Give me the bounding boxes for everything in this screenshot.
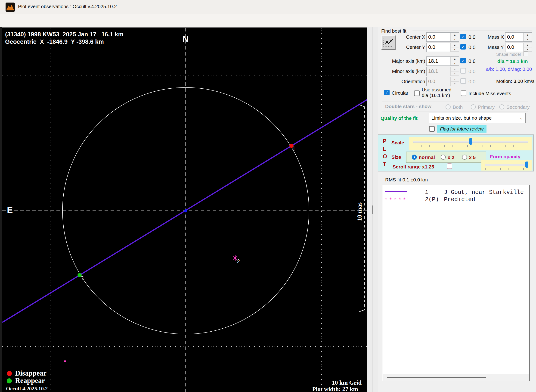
spin-down-icon[interactable]: ▼ <box>451 61 459 65</box>
center-x-check-value: 0.0 <box>468 34 476 40</box>
spin-down-icon: ▼ <box>451 81 459 86</box>
plot-letter: O <box>383 154 387 160</box>
mass-y-label: Mass Y <box>481 44 504 50</box>
spin-down-icon[interactable]: ▼ <box>523 37 532 42</box>
observation-name: Predicted <box>444 196 475 203</box>
plot-letter: L <box>383 146 386 152</box>
spin-up-icon[interactable]: ▲ <box>451 43 459 47</box>
motion-value: Motion: 3.00 km/s <box>496 79 535 84</box>
occultation-plot[interactable]: (31340) 1998 KW53 2025 Jan 17 16.1 km Ge… <box>2 27 367 392</box>
include-miss-label: Include Miss events <box>468 91 511 96</box>
size-x2-radio[interactable] <box>441 154 446 160</box>
mass-y-spinner[interactable]: 0.0 ▲▼ <box>505 42 532 52</box>
spin-up-icon: ▲ <box>451 67 459 71</box>
size-x5-radio[interactable] <box>462 154 467 160</box>
chord-style-swatch <box>385 191 407 192</box>
scale-slider-area <box>409 137 531 150</box>
use-assumed-checkbox[interactable] <box>414 90 420 96</box>
predicted-point-label: 2 <box>237 258 240 265</box>
spin-up-icon[interactable]: ▲ <box>451 33 459 37</box>
spin-down-icon[interactable]: ▼ <box>451 37 459 42</box>
double-secondary-radio <box>499 104 504 109</box>
find-best-fit-title: Find best fit <box>381 28 407 34</box>
flag-review-checkbox[interactable] <box>429 126 435 132</box>
spin-up-icon[interactable]: ▲ <box>451 57 459 61</box>
legend-disappear-label: Disappear <box>15 369 46 378</box>
size-x2-label: x 2 <box>448 154 454 160</box>
orientation-spinner: 0.0 ▲▼ <box>426 77 459 86</box>
plot-vertical-scrollbar[interactable] <box>367 27 378 392</box>
chevron-down-icon: ⌄ <box>520 116 523 121</box>
legend-reappear-label: Reappear <box>15 377 45 385</box>
plot-header-line1: (31340) 1998 KW53 2025 Jan 17 16.1 km <box>5 31 124 38</box>
east-label: E <box>7 205 13 215</box>
predicted-dot <box>64 360 66 362</box>
control-panel: Find best fit Center X 0.0 ▲▼ ✓ 0.0 Cent… <box>378 27 536 392</box>
predicted-style-swatch: ✳✳✳✳✳ <box>385 197 407 199</box>
plot-canvas <box>2 28 367 392</box>
center-y-checkbox[interactable]: ✓ <box>460 44 466 50</box>
mass-x-spinner[interactable]: 0.0 ▲▼ <box>505 33 532 42</box>
dia-value: dia = 18.1 km <box>497 59 528 64</box>
rms-fit-label: RMS fit 0.1 ±0.0 km <box>385 177 428 182</box>
double-secondary-label: Secondary <box>506 104 530 110</box>
spin-down-icon[interactable]: ▼ <box>523 47 532 51</box>
center-x-label: Center X <box>381 34 425 40</box>
reappear-point-1 <box>78 273 82 277</box>
size-normal-radio[interactable] <box>412 154 417 160</box>
north-label: N <box>182 34 189 44</box>
observations-listbox[interactable]: 1 J Gout, near Starkville ✳✳✳✳✳ 2(P) Pre… <box>382 185 530 381</box>
opacity-slider-track[interactable] <box>485 164 528 166</box>
spin-up-icon[interactable]: ▲ <box>523 43 532 47</box>
major-axis-checkbox[interactable]: ✓ <box>460 58 466 63</box>
spin-down-icon[interactable]: ▼ <box>451 47 459 51</box>
groupbox-line <box>412 31 531 31</box>
opacity-slider-area <box>481 160 531 171</box>
list-horizontal-scrollbar[interactable] <box>383 374 529 381</box>
spin-down-icon: ▼ <box>451 71 459 76</box>
plot-version-label: Occult 4.2025.10.2 <box>6 386 48 392</box>
window-left-edge <box>0 27 2 392</box>
center-x-spinner[interactable]: 0.0 ▲▼ <box>426 33 459 42</box>
spin-up-icon: ▲ <box>451 77 459 81</box>
size-label: Size <box>391 154 401 160</box>
major-axis-check-value: 0.6 <box>468 58 476 64</box>
double-both-label: Both <box>453 104 463 110</box>
menu-bar: with Plot... Plot options... ? Help Keep… <box>0 14 536 27</box>
opacity-slider-ticks <box>485 168 528 170</box>
double-both-radio <box>446 104 451 109</box>
minor-axis-check-value: 0.0 <box>468 69 476 75</box>
circular-checkbox[interactable]: ✓ <box>384 90 390 95</box>
title-bar: Plot event observations : Occult v.4.202… <box>0 0 536 14</box>
ab-dmag-value: a/b: 1.00, dMag: 0.00 <box>486 66 532 72</box>
major-axis-spinner[interactable]: 18.1 ▲▼ <box>426 56 459 66</box>
scrollbar-thumb[interactable] <box>372 205 373 214</box>
minor-axis-spinner: 18.1 ▲▼ <box>426 67 459 76</box>
size-normal-label: normal <box>419 154 435 160</box>
orientation-label: Orientation <box>381 79 425 84</box>
double-primary-label: Primary <box>478 104 494 110</box>
include-miss-checkbox[interactable] <box>461 90 466 96</box>
circular-label: Circular <box>392 90 408 96</box>
use-assumed-label: Use assumed dia (16.1 km) <box>422 87 454 98</box>
center-y-check-value: 0.0 <box>468 44 476 51</box>
quality-label: Quality of the fit <box>381 116 418 121</box>
flag-review-label: Flag for future review <box>437 125 486 133</box>
center-point <box>184 209 187 212</box>
predicted-asterisk-core <box>234 257 236 259</box>
list-scrollbar-thumb[interactable] <box>387 377 486 378</box>
spin-up-icon[interactable]: ▲ <box>523 33 532 37</box>
scale-slider-ticks <box>414 145 528 147</box>
quality-dropdown[interactable]: Limits on size, but no shape ⌄ <box>429 113 526 123</box>
scroll-range-checkbox[interactable] <box>447 163 452 169</box>
shape-model-checkbox <box>523 51 528 56</box>
size-x5-label: x 5 <box>469 154 476 160</box>
plot-header-line2: Geocentric X -1846.9 Y -398.6 km <box>5 38 104 45</box>
scale-slider-thumb[interactable] <box>469 138 472 145</box>
minor-axis-checkbox <box>460 68 466 74</box>
app-icon <box>5 3 15 12</box>
opacity-slider-thumb[interactable] <box>525 162 528 168</box>
center-x-checkbox[interactable]: ✓ <box>460 34 466 39</box>
size-radio-group: normal x 2 x 5 <box>406 152 486 163</box>
center-y-spinner[interactable]: 0.0 ▲▼ <box>426 42 459 52</box>
